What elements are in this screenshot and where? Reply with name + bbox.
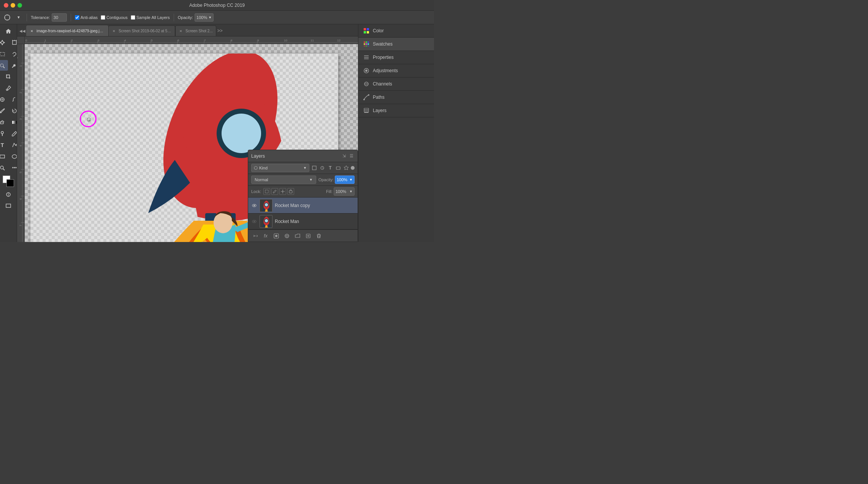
panel-item-color[interactable]: Color [358,24,434,38]
screen-mode-btn[interactable] [3,201,14,211]
move-tool-btn[interactable] [0,37,8,48]
panel-item-layers[interactable]: Layers [358,104,434,117]
kind-adjust-icon[interactable] [319,164,326,171]
kind-type-icon[interactable]: T [327,164,334,171]
tolerance-input[interactable] [52,13,67,22]
lock-artboard-btn[interactable] [287,188,294,195]
magic-wand-tool-icon[interactable] [3,13,11,22]
lasso-tool-btn[interactable] [9,49,17,59]
layers-menu-btn[interactable]: ☰ [348,153,355,159]
create-new-layer-btn[interactable] [304,232,312,240]
panel-item-properties[interactable]: Properties [358,51,434,64]
svg-point-14 [0,64,3,67]
lock-transparent-btn[interactable] [263,188,270,195]
rectangular-marquee-btn[interactable] [0,49,8,59]
svg-rect-88 [367,28,369,30]
svg-rect-112 [312,166,316,170]
right-panel: Color Swatches [358,24,434,242]
svg-marker-7 [0,42,1,43]
rectangle-tool-btn[interactable] [0,151,8,162]
layer-item-rocket-man[interactable]: Rocket Man [248,214,358,229]
more-tools-btn[interactable]: ••• [9,163,17,173]
sample-all-layers-checkbox[interactable] [131,15,135,20]
kind-shape-icon[interactable] [335,164,342,171]
tab-screenshot1[interactable]: ✕ Screen Shot 2019-06-02 at 5.13.33 PM.p… [108,25,175,36]
svg-rect-89 [364,31,366,33]
tab-main-image[interactable]: ✕ image-from-rawpixel-id-424879-jpeg.jpg… [26,25,108,36]
contiguous-checkbox[interactable] [101,15,105,20]
svg-rect-109 [364,110,369,112]
svg-point-30 [0,166,3,169]
lock-position-btn[interactable] [279,188,286,195]
quick-mask-btn[interactable] [3,189,14,200]
kind-select-dropdown[interactable]: Kind ▼ [251,164,309,172]
svg-point-25 [1,131,3,134]
layer-visibility-eye-1[interactable] [251,202,257,209]
quick-selection-row [0,60,17,71]
layer-item-rocket-man-copy[interactable]: Rocket Man copy [248,198,358,214]
layer-visibility-eye-2[interactable] [251,218,257,225]
link-layers-btn[interactable] [251,232,259,240]
eraser-btn[interactable] [0,117,8,128]
create-group-btn[interactable] [294,232,301,240]
svg-text:0: 0 [25,39,27,42]
quick-selection-btn[interactable] [0,60,8,71]
opacity-value[interactable]: 100% ▼ [195,13,214,22]
maximize-button[interactable] [17,3,22,8]
svg-text:9: 9 [257,39,259,42]
add-mask-btn[interactable] [272,232,280,240]
type-tool-btn[interactable]: T [0,140,8,150]
svg-rect-118 [289,191,292,193]
blend-mode-dropdown[interactable]: Normal ▼ [251,176,316,184]
layers-expand-btn[interactable]: ⇲ [341,153,347,159]
dodge-row [0,128,17,139]
panel-item-channels[interactable]: Channels [358,78,434,91]
panel-item-paths[interactable]: Paths [358,91,434,104]
brush-row [0,106,17,116]
tab-close-icon-2[interactable]: ✕ [112,29,116,33]
healing-brush-btn[interactable] [0,94,8,105]
color-selector[interactable] [3,176,14,187]
tool-options-arrow-icon[interactable]: ▼ [14,13,23,22]
tab-close-icon-3[interactable]: ✕ [179,29,183,33]
background-color[interactable] [6,179,14,187]
contiguous-checkbox-group: Contiguous [101,15,128,20]
eyedropper-tool-btn[interactable] [3,83,14,93]
history-brush-btn[interactable] [9,106,17,116]
kind-pixel-icon[interactable] [311,164,318,171]
panel-item-swatches[interactable]: Swatches [358,38,434,51]
magic-wand-btn[interactable] [9,60,17,71]
panel-item-adjustments[interactable]: Adjustments [358,64,434,78]
tab-screenshot2[interactable]: ✕ Screen Shot 2... [175,25,216,36]
svg-rect-33 [6,204,11,207]
fill-value: 100% [336,189,346,194]
clone-stamp-btn[interactable] [9,94,17,105]
brush-tool-btn[interactable] [0,106,8,116]
kind-smart-icon[interactable] [343,164,350,171]
minimize-button[interactable] [11,3,15,8]
gradient-tool-btn[interactable] [9,117,17,128]
anti-alias-checkbox[interactable] [75,15,79,20]
swatches-panel-label: Swatches [373,41,393,47]
lock-paint-btn[interactable] [271,188,278,195]
layer-opacity-field[interactable]: 100% ▼ [335,176,355,184]
tabs-collapse-btn[interactable]: ◀◀ [19,25,26,36]
pen-tool-btn[interactable] [9,128,17,139]
ellipse-tool-btn[interactable] [9,151,17,162]
home-tool-btn[interactable] [3,26,14,36]
close-button[interactable] [4,3,8,8]
path-selection-btn[interactable] [9,140,17,150]
dodge-tool-btn[interactable] [0,128,8,139]
svg-text:2: 2 [19,92,22,93]
crop-tool-btn[interactable] [3,71,14,82]
tabs-more-btn[interactable]: >> [216,25,224,36]
zoom-tool-btn[interactable] [0,163,8,173]
ruler-vertical: 0 1 2 3 4 [17,44,25,242]
fill-value-field[interactable]: 100% ▼ [334,187,355,196]
add-layer-style-btn[interactable]: fx [262,232,269,240]
add-fill-adjustment-btn[interactable] [283,232,291,240]
tab-close-icon[interactable]: ✕ [30,29,34,33]
delete-layer-btn[interactable] [315,232,323,240]
artboard-tool-btn[interactable] [9,37,17,48]
opacity-arrow-icon: ▼ [208,16,212,19]
